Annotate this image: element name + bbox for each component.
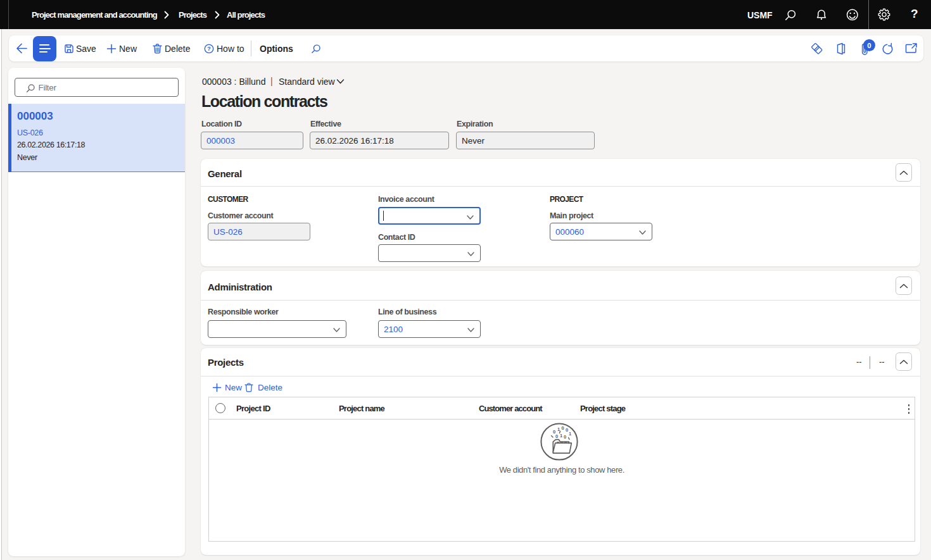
svg-text:1: 1 xyxy=(557,426,560,432)
svg-text:?: ? xyxy=(207,45,211,52)
svg-text:1: 1 xyxy=(560,433,562,439)
svg-text:1: 1 xyxy=(569,431,571,437)
svg-text:0: 0 xyxy=(566,427,568,433)
svg-text:0: 0 xyxy=(555,433,558,439)
svg-text:0: 0 xyxy=(564,434,566,440)
svg-text:0: 0 xyxy=(562,425,564,431)
